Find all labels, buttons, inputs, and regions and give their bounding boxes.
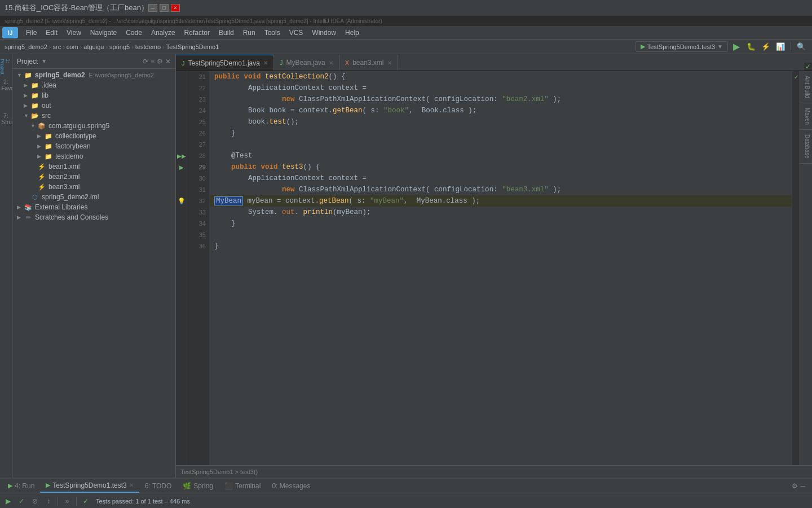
menu-file[interactable]: File bbox=[21, 28, 41, 38]
project-tree: ▼ 📁 spring5_demo2 E:\work\spring5_demo2 … bbox=[12, 69, 175, 478]
line-numbers: 21 22 23 24 25 26 27 28 29 30 31 32 33 3… bbox=[187, 71, 210, 465]
tab2-close[interactable]: ✕ bbox=[329, 60, 333, 66]
coverage-button[interactable]: ⚡ bbox=[760, 41, 772, 53]
tree-label-bean2: bean2.xml bbox=[48, 173, 80, 181]
bottom-tab-messages[interactable]: 0: Messages bbox=[266, 480, 316, 492]
title-text: 15.尚硅谷_IOC容器-Bean管理（工厂bean） bbox=[5, 3, 148, 13]
line-num-29: 29 bbox=[187, 161, 209, 173]
bc-spring5[interactable]: spring5 bbox=[109, 43, 130, 50]
sync-icon[interactable]: ⟳ bbox=[143, 58, 148, 65]
test-run-icon-29[interactable]: ▶ bbox=[176, 161, 187, 173]
menu-refactor[interactable]: Refactor bbox=[180, 28, 214, 38]
code-line-33: System. out. println(myBean); bbox=[210, 207, 792, 218]
bc-project[interactable]: spring5_demo2 bbox=[5, 43, 47, 50]
menu-help[interactable]: Help bbox=[341, 28, 364, 38]
left-sidebar-icons: 1: Project 2: Favorites 7: Structure bbox=[0, 54, 12, 478]
code-line-27 bbox=[210, 139, 792, 150]
sidebar-icon-project[interactable]: 1: Project bbox=[2, 56, 11, 65]
bc-com[interactable]: com bbox=[67, 43, 78, 50]
sidebar-icon-favorites[interactable]: 2: Favorites bbox=[2, 79, 11, 88]
tree-item-lib[interactable]: ▶ 📁 lib bbox=[12, 90, 175, 100]
menu-navigate[interactable]: Navigate bbox=[86, 28, 121, 38]
bt-more-btn[interactable]: » bbox=[61, 496, 73, 507]
hide-icon[interactable]: ✕ bbox=[165, 58, 171, 65]
line-num-31: 31 bbox=[187, 184, 209, 195]
sidebar-icon-structure[interactable]: 7: Structure bbox=[2, 113, 11, 122]
project-header: Project ▼ ⟳ ≡ ⚙ ✕ bbox=[12, 54, 175, 69]
tree-item-iml[interactable]: ▶ ⬡ spring5_demo2.iml bbox=[12, 192, 175, 202]
folder-icon-td: 📁 bbox=[44, 152, 53, 161]
bt-run-btn[interactable]: ▶ bbox=[2, 496, 14, 507]
tree-item-package[interactable]: ▼ 📦 com.atguigu.spring5 bbox=[12, 121, 175, 131]
bottom-tab-run[interactable]: ▶ 4: Run bbox=[2, 480, 40, 492]
run-button[interactable]: ▶ bbox=[730, 41, 743, 53]
run-tab-close[interactable]: ✕ bbox=[129, 482, 134, 488]
bottom-minimize-icon[interactable]: ─ bbox=[800, 482, 805, 490]
menu-run[interactable]: Run bbox=[239, 28, 260, 38]
tree-item-root[interactable]: ▼ 📁 spring5_demo2 E:\work\spring5_demo2 bbox=[12, 70, 175, 80]
menu-edit[interactable]: Edit bbox=[41, 28, 62, 38]
menu-window[interactable]: Window bbox=[307, 28, 341, 38]
profile-button[interactable]: 📊 bbox=[774, 41, 787, 53]
collapse-icon[interactable]: ≡ bbox=[151, 58, 155, 65]
bt-rerun-btn[interactable]: ↕ bbox=[43, 496, 54, 507]
folder-icon-root: 📁 bbox=[24, 71, 33, 80]
bottom-tab-run-active[interactable]: ▶ TestSpring5Demo1.test3 ✕ bbox=[40, 479, 139, 493]
code-line-24: Book book = context.getBean( s: "book", … bbox=[210, 105, 792, 116]
menu-tools[interactable]: Tools bbox=[260, 28, 285, 38]
close-button[interactable]: ✕ bbox=[171, 4, 180, 12]
code-breadcrumb-text: TestSpring5Demo1 > test3() bbox=[180, 468, 258, 475]
code-content[interactable]: public void testCollection2() { Applicat… bbox=[210, 71, 792, 465]
menu-analyze[interactable]: Analyze bbox=[147, 28, 180, 38]
tab-bean3xml[interactable]: X bean3.xml ✕ bbox=[339, 55, 398, 71]
bottom-tab-todo[interactable]: 6: TODO bbox=[139, 480, 178, 492]
right-tab-antbuild[interactable]: Ant Build bbox=[800, 71, 812, 103]
tab3-close[interactable]: ✕ bbox=[387, 60, 392, 66]
bottom-tabs-bar: ▶ 4: Run ▶ TestSpring5Demo1.test3 ✕ 6: T… bbox=[0, 479, 812, 493]
bottom-settings-icon[interactable]: ⚙ bbox=[792, 482, 798, 490]
bt-stop-btn[interactable]: ⊘ bbox=[29, 496, 41, 507]
menu-vcs[interactable]: VCS bbox=[285, 28, 308, 38]
code-line-30: ApplicationContext context = bbox=[210, 173, 792, 184]
maximize-button[interactable]: □ bbox=[160, 4, 169, 12]
expand-arrow-out: ▶ bbox=[24, 103, 30, 108]
menu-build[interactable]: Build bbox=[214, 28, 239, 38]
tree-item-bean3xml[interactable]: ▶ ⚡ bean3.xml bbox=[12, 182, 175, 192]
tree-item-testdemo[interactable]: ▶ 📁 testdemo bbox=[12, 151, 175, 161]
test-run-icon-28[interactable]: ▶▶ bbox=[176, 150, 187, 161]
right-tab-database[interactable]: Database bbox=[800, 130, 812, 164]
bc-atguigu[interactable]: atguigu bbox=[83, 43, 104, 50]
menu-view[interactable]: View bbox=[62, 28, 86, 38]
bottom-tab-terminal[interactable]: ⬛ Terminal bbox=[219, 480, 266, 492]
tree-item-scratches[interactable]: ▶ ✏ Scratches and Consoles bbox=[12, 212, 175, 222]
minimize-button[interactable]: ─ bbox=[148, 4, 157, 12]
right-tab-maven[interactable]: Maven bbox=[800, 103, 812, 130]
debug-button[interactable]: 🐛 bbox=[745, 41, 757, 53]
tab-mybean[interactable]: J MyBean.java ✕ bbox=[274, 55, 339, 71]
run-config-selector[interactable]: ▶ TestSpring5Demo1.test3 ▼ bbox=[636, 41, 728, 52]
line-num-25: 25 bbox=[187, 116, 209, 128]
tree-item-factorybean[interactable]: ▶ 📁 factorybean bbox=[12, 141, 175, 151]
settings-icon[interactable]: ⚙ bbox=[157, 58, 163, 65]
bc-file[interactable]: TestSpring5Demo1 bbox=[166, 43, 219, 50]
tree-item-extlib[interactable]: ▶ 📚 External Libraries bbox=[12, 202, 175, 212]
bulb-icon-32[interactable]: 💡 bbox=[176, 195, 187, 207]
tree-item-out[interactable]: ▶ 📁 out bbox=[12, 100, 175, 111]
tree-item-bean2xml[interactable]: ▶ ⚡ bean2.xml bbox=[12, 172, 175, 182]
tab-testspring5demo1[interactable]: J TestSpring5Demo1.java ✕ bbox=[176, 55, 274, 71]
expand-arrow-src: ▼ bbox=[24, 113, 30, 119]
search-everywhere-button[interactable]: 🔍 bbox=[795, 41, 807, 53]
bc-testdemo[interactable]: testdemo bbox=[135, 43, 161, 50]
tree-item-src[interactable]: ▼ 📂 src bbox=[12, 111, 175, 121]
subtitle-text: spring5_demo2 [E:\work\spring5_demo2] - … bbox=[5, 18, 382, 24]
menu-code[interactable]: Code bbox=[121, 28, 147, 38]
breadcrumb-bar: spring5_demo2 › src › com › atguigu › sp… bbox=[0, 40, 812, 54]
tree-item-idea[interactable]: ▶ 📁 .idea bbox=[12, 80, 175, 90]
tab1-close[interactable]: ✕ bbox=[263, 60, 268, 66]
tree-item-bean1xml[interactable]: ▶ ⚡ bean1.xml bbox=[12, 161, 175, 172]
bt-check-btn[interactable]: ✓ bbox=[16, 496, 27, 507]
bottom-tab-spring[interactable]: 🌿 Spring bbox=[177, 480, 219, 492]
right-check-icon: ✓ bbox=[792, 71, 800, 82]
bc-src[interactable]: src bbox=[53, 43, 61, 50]
tree-item-collectiontype[interactable]: ▶ 📁 collectiontype bbox=[12, 131, 175, 141]
